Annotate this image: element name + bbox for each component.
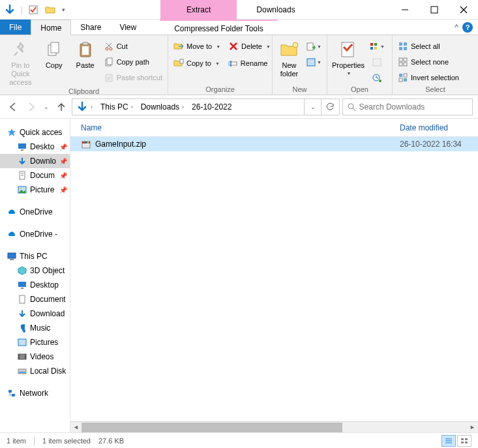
search-input[interactable]: [359, 102, 468, 112]
back-button[interactable]: [5, 99, 21, 115]
open-button[interactable]: ▼: [369, 39, 385, 53]
sidebar-item-onedrive-2[interactable]: OneDrive -: [0, 227, 70, 241]
edit-button[interactable]: [369, 55, 385, 69]
tab-share[interactable]: Share: [71, 20, 110, 35]
sidebar-item-pictures-2[interactable]: Pictures: [0, 335, 70, 350]
new-group-label: New: [273, 85, 327, 95]
search-box[interactable]: [342, 98, 473, 115]
file-list[interactable]: GameInput.zip 26-10-2022 16:34: [70, 137, 478, 421]
sidebar-item-network[interactable]: Network: [0, 386, 70, 400]
scroll-left-button[interactable]: ◄: [70, 422, 82, 433]
sidebar-item-desktop-2[interactable]: Desktop: [0, 278, 70, 292]
document-icon: [17, 170, 27, 181]
minimize-button[interactable]: [390, 0, 419, 20]
video-icon: [17, 351, 27, 362]
breadcrumb-root-icon[interactable]: ›: [74, 99, 97, 115]
column-header-name[interactable]: Name: [81, 123, 400, 132]
forward-button[interactable]: [23, 99, 39, 115]
sidebar-item-pictures[interactable]: Picture📌: [0, 183, 70, 197]
sidebar-item-local-disk[interactable]: Local Disk: [0, 364, 70, 378]
copy-to-button[interactable]: Copy to▼: [171, 56, 222, 70]
scroll-thumb[interactable]: [82, 423, 342, 432]
breadcrumb[interactable]: › This PC› Downloads› 26-10-2022 ⌄: [72, 98, 340, 115]
network-icon: [7, 388, 17, 398]
sidebar-item-3d-objects[interactable]: 3D Object: [0, 263, 70, 278]
maximize-button[interactable]: [419, 0, 449, 20]
chevron-down-icon: ▼: [380, 44, 385, 49]
cut-button[interactable]: Cut: [101, 39, 165, 53]
horizontal-scrollbar[interactable]: ◄ ►: [70, 421, 478, 432]
paste-shortcut-button[interactable]: Paste shortcut: [101, 70, 165, 85]
svg-rect-24: [373, 59, 381, 66]
breadcrumb-this-pc[interactable]: This PC›: [98, 99, 137, 115]
copy-button[interactable]: Copy: [38, 37, 70, 70]
breadcrumb-dropdown-button[interactable]: ⌄: [304, 99, 321, 115]
details-view-button[interactable]: [441, 435, 456, 447]
breadcrumb-downloads[interactable]: Downloads›: [138, 99, 188, 115]
down-arrow-icon[interactable]: [3, 3, 17, 17]
collapse-ribbon-icon[interactable]: ^: [455, 23, 458, 32]
svg-rect-13: [180, 59, 183, 63]
large-icons-view-button[interactable]: [457, 435, 471, 447]
delete-button[interactable]: Delete▼: [226, 39, 273, 53]
history-button[interactable]: [369, 70, 385, 85]
tab-file[interactable]: File: [0, 20, 31, 35]
picture-icon: [17, 337, 27, 348]
up-button[interactable]: [53, 99, 69, 115]
tab-compressed-tools[interactable]: Compressed Folder Tools: [160, 20, 278, 35]
tab-home[interactable]: Home: [31, 20, 71, 35]
sidebar-item-documents-2[interactable]: Document: [0, 292, 70, 306]
sidebar-item-downloads[interactable]: Downlo📌: [0, 154, 70, 168]
sidebar-item-this-pc[interactable]: This PC: [0, 249, 70, 263]
svg-rect-23: [374, 47, 377, 50]
organize-group-label: Organize: [168, 85, 272, 95]
new-item-button[interactable]: ▼: [306, 39, 321, 53]
move-to-button[interactable]: Move to▼: [171, 39, 223, 53]
qat-dropdown-icon[interactable]: ▾: [60, 3, 67, 17]
new-folder-button[interactable]: New folder: [275, 37, 303, 78]
chevron-down-icon: ▼: [215, 61, 220, 66]
navigation-tree[interactable]: Quick acces Deskto📌 Downlo📌 Docum📌 Pictu…: [0, 119, 70, 432]
checkbox-checked-icon[interactable]: [26, 3, 40, 17]
scroll-right-button[interactable]: ►: [467, 422, 478, 433]
sidebar-item-downloads-2[interactable]: Download: [0, 306, 70, 321]
svg-rect-42: [21, 149, 23, 151]
rename-button[interactable]: Rename: [225, 56, 271, 70]
open-group-label: Open: [327, 85, 392, 95]
copy-path-button[interactable]: Copy path: [101, 55, 165, 69]
refresh-button[interactable]: [321, 99, 338, 115]
easy-access-button[interactable]: ▼: [306, 55, 321, 69]
select-all-button[interactable]: Select all: [395, 39, 462, 53]
help-icon[interactable]: ?: [462, 22, 473, 33]
sidebar-item-desktop[interactable]: Deskto📌: [0, 140, 70, 154]
sidebar-item-music[interactable]: Music: [0, 321, 70, 335]
star-icon: [7, 127, 17, 138]
svg-rect-7: [82, 46, 89, 55]
select-none-icon: [398, 57, 408, 67]
sidebar-item-videos[interactable]: Videos: [0, 350, 70, 364]
svg-rect-72: [465, 441, 468, 443]
picture-icon: [17, 185, 27, 195]
invert-selection-button[interactable]: Invert selection: [395, 70, 462, 85]
svg-rect-21: [374, 43, 377, 46]
file-row[interactable]: GameInput.zip 26-10-2022 16:34: [70, 137, 478, 151]
cloud-icon: [7, 207, 17, 217]
recent-locations-button[interactable]: ⌄: [42, 99, 51, 115]
column-header-date[interactable]: Date modified: [400, 123, 478, 132]
paste-button[interactable]: Paste: [70, 37, 101, 70]
cube-icon: [17, 265, 27, 276]
breadcrumb-date[interactable]: 26-10-2022: [189, 99, 234, 115]
close-button[interactable]: [449, 0, 478, 20]
select-none-button[interactable]: Select none: [395, 55, 462, 69]
svg-rect-52: [20, 295, 25, 303]
svg-rect-4: [51, 42, 59, 53]
sidebar-item-quick-access[interactable]: Quick acces: [0, 125, 70, 140]
sidebar-item-documents[interactable]: Docum📌: [0, 168, 70, 183]
folder-icon[interactable]: [43, 3, 57, 17]
pin-to-quick-access-button[interactable]: Pin to Quick access: [3, 37, 38, 87]
properties-button[interactable]: Properties ▼: [330, 37, 366, 77]
svg-rect-20: [370, 43, 373, 46]
sidebar-item-onedrive[interactable]: OneDrive: [0, 205, 70, 219]
download-icon: [17, 308, 27, 319]
tab-view[interactable]: View: [110, 20, 145, 35]
